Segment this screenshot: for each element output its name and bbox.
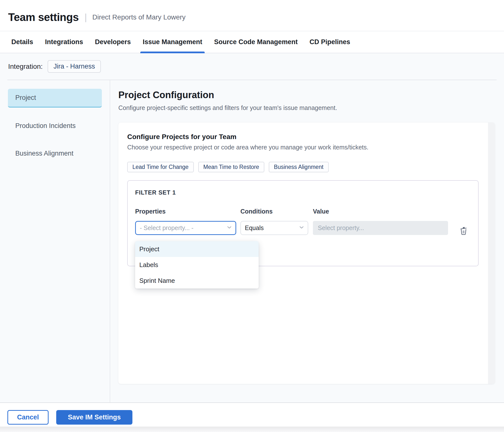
chip-lead-time-for-change[interactable]: Lead Time for Change <box>127 162 194 172</box>
card-subtitle: Choose your respective project or code a… <box>127 144 486 151</box>
tab-issue-management[interactable]: Issue Management <box>143 31 202 53</box>
integration-row: Integration: Jira - Harness <box>0 53 504 80</box>
chip-business-alignment[interactable]: Business Alignment <box>269 162 329 172</box>
dropdown-option-project[interactable]: Project <box>135 241 259 257</box>
condition-select[interactable]: Equals <box>240 221 308 235</box>
tab-integrations[interactable]: Integrations <box>45 31 83 53</box>
property-select[interactable]: - Select property... - <box>135 221 236 235</box>
configure-projects-card: Configure Projects for your Team Choose … <box>118 123 495 384</box>
sidebar-item-business-alignment[interactable]: Business Alignment <box>8 144 102 163</box>
footer-action-bar: Cancel Save IM Settings <box>0 402 504 432</box>
chevron-down-icon <box>226 224 233 232</box>
chip-mean-time-to-restore[interactable]: Mean Time to Restore <box>198 162 264 172</box>
card-title: Configure Projects for your Team <box>127 133 486 141</box>
conditions-column-label: Conditions <box>240 208 308 215</box>
main-panel: Project Configuration Configure project-… <box>110 80 504 402</box>
content-area: Project Production Incidents Business Al… <box>0 80 504 402</box>
metric-chips: Lead Time for Change Mean Time to Restor… <box>127 162 486 172</box>
dropdown-option-sprint-name[interactable]: Sprint Name <box>135 273 259 288</box>
page-subtitle: Direct Reports of Mary Lowery <box>92 13 185 21</box>
tab-cd-pipelines[interactable]: CD Pipelines <box>309 31 350 53</box>
page-header: Team settings | Direct Reports of Mary L… <box>0 0 504 31</box>
integration-label: Integration: <box>8 63 43 71</box>
card-scrollbar[interactable] <box>488 123 495 384</box>
properties-column-label: Properties <box>135 208 236 215</box>
title-separator: | <box>85 12 87 22</box>
cancel-button[interactable]: Cancel <box>7 410 49 425</box>
filter-set-title: FILTER SET 1 <box>135 189 471 196</box>
tab-developers[interactable]: Developers <box>95 31 131 53</box>
team-settings-page: Team settings | Direct Reports of Mary L… <box>0 0 504 432</box>
section-subtitle: Configure project-specific settings and … <box>118 104 504 111</box>
property-select-placeholder: - Select property... - <box>140 224 194 232</box>
sidebar-item-project[interactable]: Project <box>8 89 102 108</box>
integration-chip[interactable]: Jira - Harness <box>48 60 101 73</box>
filter-row: Properties - Select property... - Condit… <box>135 208 471 236</box>
value-input[interactable] <box>313 221 448 235</box>
tab-source-code-management[interactable]: Source Code Management <box>214 31 298 53</box>
page-bottom-fade <box>0 427 504 432</box>
condition-select-value: Equals <box>245 224 264 232</box>
sidebar-item-production-incidents[interactable]: Production Incidents <box>8 116 102 135</box>
chevron-down-icon <box>298 224 305 232</box>
trash-icon <box>459 233 468 236</box>
section-title: Project Configuration <box>118 90 504 100</box>
save-im-settings-button[interactable]: Save IM Settings <box>56 410 132 425</box>
dropdown-option-labels[interactable]: Labels <box>135 257 259 273</box>
tab-details[interactable]: Details <box>11 31 33 53</box>
sidebar: Project Production Incidents Business Al… <box>0 80 110 402</box>
delete-filter-button[interactable] <box>458 225 469 236</box>
filter-set-box: FILTER SET 1 Properties - Select propert… <box>127 180 479 266</box>
page-title: Team settings <box>8 11 79 23</box>
value-column-label: Value <box>313 208 448 215</box>
property-dropdown: Project Labels Sprint Name <box>135 241 259 288</box>
tab-bar: Details Integrations Developers Issue Ma… <box>0 31 504 53</box>
